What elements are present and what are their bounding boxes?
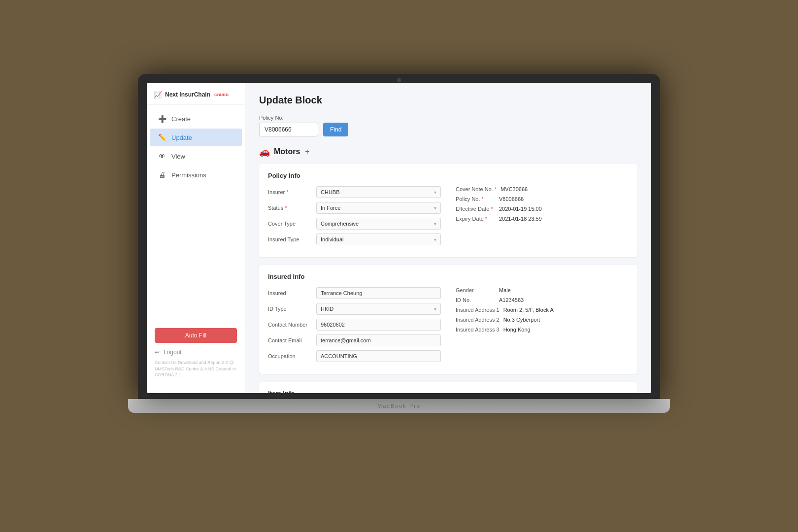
- policy-info-right: Cover Note No. * MVC30666 Policy No. * V…: [456, 186, 629, 249]
- screen-bezel: 📈 Next InsurChain CHUBB ➕ Create ✏️ Upda…: [138, 74, 660, 399]
- insurer-row: Insurer * CHUBB ▾: [268, 186, 441, 198]
- occupation-input[interactable]: [316, 350, 441, 362]
- cover-type-value[interactable]: Comprehensive ▾: [316, 218, 441, 230]
- insured-input[interactable]: [316, 287, 441, 299]
- contact-number-input[interactable]: [316, 319, 441, 331]
- sidebar-item-view[interactable]: 👁 View: [150, 147, 242, 165]
- insured-address-3-value: Hong Kong: [503, 327, 531, 332]
- gender-value: Male: [499, 287, 511, 293]
- item-info-title: Item Info: [268, 390, 629, 393]
- cover-type-row: Cover Type Comprehensive ▾: [268, 218, 441, 230]
- find-button[interactable]: Find: [323, 123, 348, 136]
- contact-email-row: Contact Email: [268, 334, 441, 346]
- insured-info-card: Insured Info Insured ID Type HKID: [259, 265, 637, 374]
- insured-type-value[interactable]: Individual ▾: [316, 233, 441, 245]
- cover-type-text: Comprehensive: [321, 221, 359, 227]
- policy-info-left: Insurer * CHUBB ▾ Status * In Forc: [268, 186, 441, 249]
- contact-email-input[interactable]: [316, 334, 441, 346]
- sidebar-item-view-label: View: [171, 153, 185, 160]
- insured-label: Insured: [268, 290, 312, 296]
- insured-type-text: Individual: [321, 236, 343, 242]
- insured-row: Insured: [268, 287, 441, 299]
- insured-info-right: Gender Male ID No. A1234563 Insured Addr…: [456, 287, 629, 366]
- sidebar-copyright: Contact Us Download and Report 2.0 @ NMS…: [155, 360, 237, 378]
- gender-label: Gender: [456, 287, 495, 293]
- id-type-text: HKID: [321, 306, 333, 312]
- policy-no-right-row: Policy No. * V8006666: [456, 196, 629, 202]
- status-row: Status * In Force ▾: [268, 202, 441, 214]
- policy-info-card: Policy Info Insurer * CHUBB ▾: [259, 164, 637, 257]
- cover-note-value: MVC30666: [500, 186, 528, 192]
- occupation-label: Occupation: [268, 353, 312, 359]
- effective-date-value: 2020-01-19 15:00: [499, 206, 542, 212]
- sidebar-item-create[interactable]: ➕ Create: [150, 110, 242, 128]
- item-info-card: Item Info: [259, 382, 637, 393]
- effective-date-row: Effective Date * 2020-01-19 15:00: [456, 206, 629, 212]
- sidebar-footer: Auto Fill ↩ Logout Contact Us Download a…: [147, 323, 245, 383]
- id-type-value[interactable]: HKID ▾: [316, 303, 441, 315]
- policy-no-right-required: *: [482, 196, 484, 202]
- insurer-arrow: ▾: [434, 190, 436, 195]
- motors-add-icon[interactable]: +: [305, 147, 309, 156]
- gender-row: Gender Male: [456, 287, 629, 293]
- insured-address-3-row: Insured Address 3 Hong Kong: [456, 327, 629, 332]
- expiry-date-value: 2021-01-18 23:59: [499, 216, 542, 222]
- insurer-text: CHUBB: [321, 189, 340, 195]
- insurer-value[interactable]: CHUBB ▾: [316, 186, 441, 198]
- cover-type-arrow: ▾: [434, 221, 436, 227]
- insured-address-3-label: Insured Address 3: [456, 327, 499, 332]
- logout-item[interactable]: ↩ Logout: [155, 349, 237, 356]
- policy-no-input[interactable]: [259, 123, 318, 136]
- insurer-label: Insurer *: [268, 189, 312, 195]
- sidebar-item-create-label: Create: [171, 115, 191, 123]
- policy-no-field-group: Policy No.: [259, 115, 318, 136]
- logout-icon: ↩: [155, 349, 160, 356]
- insurer-required: *: [286, 189, 288, 195]
- insured-type-label: Insured Type: [268, 236, 312, 242]
- insured-info-form: Insured ID Type HKID ▾: [268, 287, 629, 366]
- sidebar-logo: 📈 Next InsurChain CHUBB: [147, 83, 245, 105]
- effective-date-label: Effective Date *: [456, 206, 495, 212]
- insured-address-1-row: Insured Address 1 Room 2, 5/F, Block A: [456, 307, 629, 313]
- sidebar-nav: ➕ Create ✏️ Update 👁 View 🖨 Permissions: [147, 105, 245, 323]
- contact-number-label: Contact Number: [268, 322, 312, 328]
- laptop-shell: 📈 Next InsurChain CHUBB ➕ Create ✏️ Upda…: [128, 74, 670, 458]
- occupation-row: Occupation: [268, 350, 441, 362]
- laptop-screen: 📈 Next InsurChain CHUBB ➕ Create ✏️ Upda…: [147, 83, 651, 393]
- sidebar-item-permissions-label: Permissions: [171, 171, 206, 179]
- laptop-base: MacBook Pro: [128, 399, 670, 413]
- status-arrow: ▾: [434, 205, 436, 211]
- sidebar-item-update-label: Update: [171, 134, 192, 141]
- insured-address-1-label: Insured Address 1: [456, 307, 499, 313]
- motors-section-header: 🚗 Motors +: [259, 146, 637, 157]
- expiry-date-label: Expiry Date *: [456, 216, 495, 222]
- id-no-row: ID No. A1234563: [456, 297, 629, 303]
- update-icon: ✏️: [158, 133, 166, 141]
- view-icon: 👁: [158, 152, 166, 160]
- motors-icon: 🚗: [259, 146, 270, 157]
- status-value[interactable]: In Force ▾: [316, 202, 441, 214]
- cover-type-label: Cover Type: [268, 221, 312, 227]
- sidebar-item-update[interactable]: ✏️ Update: [150, 129, 242, 146]
- id-no-value: A1234563: [499, 297, 524, 303]
- logo-icon: 📈: [154, 91, 162, 99]
- cover-note-row: Cover Note No. * MVC30666: [456, 186, 629, 192]
- policy-no-label: Policy No.: [259, 115, 318, 121]
- sidebar-item-permissions[interactable]: 🖨 Permissions: [150, 166, 242, 184]
- insured-type-row: Insured Type Individual ▾: [268, 233, 441, 245]
- logo-badge: CHUBB: [214, 93, 229, 97]
- cover-note-required: *: [495, 186, 497, 192]
- motors-title: Motors: [274, 147, 300, 156]
- id-type-arrow: ▾: [434, 306, 436, 312]
- insured-type-arrow: ▾: [434, 237, 436, 242]
- create-icon: ➕: [158, 115, 166, 123]
- id-type-row: ID Type HKID ▾: [268, 303, 441, 315]
- permissions-icon: 🖨: [158, 171, 166, 179]
- auto-fill-button[interactable]: Auto Fill: [155, 328, 237, 343]
- policy-no-right-value: V8006666: [499, 196, 524, 202]
- insured-address-2-label: Insured Address 2: [456, 317, 499, 323]
- insured-address-2-value: No.3 Cyberport: [503, 317, 540, 323]
- status-required: *: [285, 205, 287, 211]
- policy-info-title: Policy Info: [268, 172, 629, 179]
- insured-address-2-row: Insured Address 2 No.3 Cyberport: [456, 317, 629, 323]
